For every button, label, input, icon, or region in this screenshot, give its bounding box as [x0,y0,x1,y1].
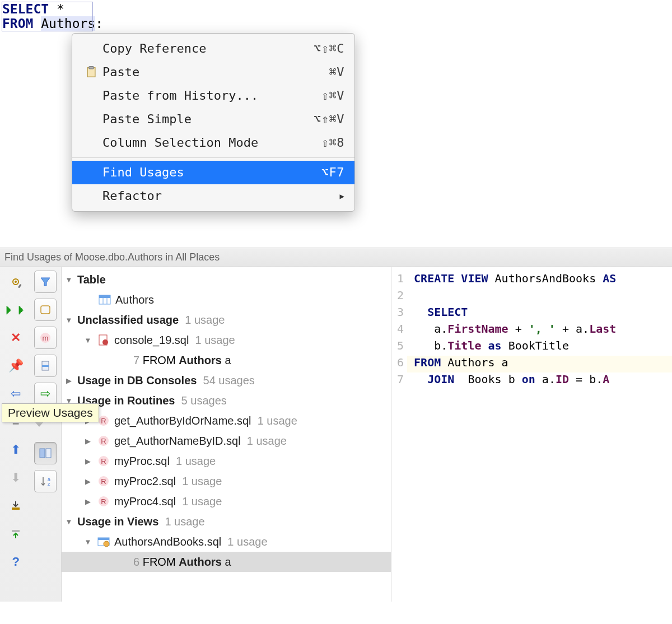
expand-arrow-icon[interactable]: ▼ [64,276,74,284]
svg-rect-33 [98,538,109,540]
svg-text:R: R [101,417,106,425]
prev-file-icon[interactable]: ⬆ [4,439,27,461]
svg-rect-6 [12,530,20,532]
ctx-paste-history[interactable]: Paste from History... ⇧⌘V [72,84,354,108]
collapse-arrow-icon[interactable]: ▶ [83,477,93,486]
sort-icon[interactable]: az [34,470,57,492]
expand-arrow-icon[interactable]: ▼ [64,518,74,526]
tooltip-preview-usages: Preview Usages [2,403,99,422]
svg-point-3 [15,281,17,283]
find-usages-header: Find Usages of Moose.dbo.Authors in All … [0,248,672,267]
routine-icon: R [96,455,111,467]
help-icon[interactable]: ? [4,551,27,573]
svg-text:R: R [101,477,106,486]
tree-console-file[interactable]: ▼ console_19.sql 1 usage [62,330,391,350]
gutter: 1 2 3 4 5 6 7 [391,272,407,602]
editor-line-2: FROM Authors: [2,16,672,31]
svg-point-21 [102,339,108,345]
paste-icon [80,66,102,78]
ctx-column-selection[interactable]: Column Selection Mode ⇧⌘8 [72,131,354,155]
ctx-paste[interactable]: Paste ⌘V [72,60,354,84]
tree-routine-item[interactable]: ▶ R get_AuthorByIdOrName.sql 1 usage [62,411,391,431]
ctx-copy-reference[interactable]: Copy Reference ⌥⇧⌘C [72,37,354,60]
view-file-icon [96,536,111,547]
collapse-arrow-icon[interactable]: ▶ [83,457,93,465]
import-icon[interactable] [4,523,27,545]
context-menu: Copy Reference ⌥⇧⌘C Paste ⌘V Paste from … [72,33,355,212]
svg-text:z: z [48,481,50,487]
expand-arrow-icon[interactable]: ▼ [83,336,93,344]
tree-view-line[interactable]: 6 FROM Authors a [62,552,391,572]
svg-rect-12 [40,449,45,458]
ctx-paste-simple[interactable]: Paste Simple ⌥⇧⌘V [72,108,354,131]
tree-console-line[interactable]: 7 FROM Authors a [62,350,391,370]
svg-point-34 [104,541,109,547]
settings-icon[interactable] [4,271,27,293]
tree-view-file[interactable]: ▼ AuthorsAndBooks.sql 1 usage [62,532,391,552]
group-by-file-icon[interactable] [34,355,57,377]
find-usages-body: ⏵⏵ ✕ 📌 ⇦ ≡ ⬆ ⬇ ? m ⇨ az Preview Usages ▼ [0,267,672,602]
tree-authors-node[interactable]: Authors [62,290,391,310]
tree-routines-group[interactable]: ▼ Usage in Routines 5 usages [62,390,391,411]
collapse-arrow-icon[interactable]: ▶ [83,437,93,445]
svg-rect-5 [12,507,20,510]
sql-file-icon [96,334,111,346]
svg-rect-1 [89,67,94,69]
group-by-module-icon[interactable]: m [34,327,57,349]
rerun-icon[interactable]: ⏵⏵ [4,299,27,321]
close-icon[interactable]: ✕ [4,327,27,349]
expand-arrow-icon[interactable]: ▼ [64,316,74,324]
expand-arrow-icon[interactable]: ▼ [83,538,93,546]
collapse-arrow-icon[interactable]: ▶ [64,376,74,385]
export-icon[interactable] [4,495,27,517]
preview-pane[interactable]: 1 2 3 4 5 6 7 CREATE VIEW AuthorsAndBook… [391,267,672,602]
preview-usages-icon[interactable] [34,442,57,464]
tree-views-group[interactable]: ▼ Usage in Views 1 usage [62,511,391,532]
tree-unclassified-group[interactable]: ▼ Unclassified usage 1 usage [62,310,391,330]
collapse-arrow-icon[interactable]: ▶ [83,497,93,506]
routine-icon: R [96,495,111,507]
ctx-find-usages[interactable]: Find Usages ⌥F7 [72,161,354,184]
tree-routine-item[interactable]: ▶ R myProc2.sql 1 usage [62,471,391,491]
next-occurrence-icon[interactable]: ⇨ [34,383,57,405]
submenu-arrow-icon: ▶ [340,189,344,203]
svg-text:R: R [101,497,106,506]
svg-rect-13 [46,449,51,458]
svg-text:R: R [101,457,106,465]
svg-rect-17 [99,295,110,298]
group-by-type-icon[interactable] [34,299,57,321]
filter-icon[interactable] [34,271,57,293]
editor-line-1: SELECT * [2,2,672,16]
next-file-icon[interactable]: ⬇ [4,467,27,489]
preview-code: CREATE VIEW AuthorsAndBooks AS SELECT a.… [407,272,672,602]
tree-routine-item[interactable]: ▶ R myProc4.sql 1 usage [62,491,391,511]
separator [72,157,354,158]
svg-rect-4 [18,284,21,288]
tree-routine-item[interactable]: ▶ R get_AuthorNameByID.sql 1 usage [62,431,391,451]
tree-db-consoles-group[interactable]: ▶ Usage in DB Consoles 54 usages [62,370,391,390]
identifier-authors[interactable]: Authors [41,16,95,31]
svg-rect-11 [42,365,49,367]
kw-select: SELECT [2,2,49,16]
table-icon [97,295,112,305]
editor-area[interactable]: SELECT * FROM Authors: Copy Reference ⌥⇧… [0,0,672,248]
routine-icon: R [96,475,111,487]
svg-text:R: R [101,437,106,445]
prev-occurrence-icon[interactable]: ⇦ [4,383,27,405]
svg-text:m: m [42,334,48,342]
ctx-refactor[interactable]: Refactor ▶ [72,184,354,208]
tree-table-group[interactable]: ▼ Table [62,269,391,290]
svg-rect-7 [41,306,50,314]
kw-from: FROM [2,16,33,31]
find-toolbar: ⏵⏵ ✕ 📌 ⇦ ≡ ⬆ ⬇ ? m ⇨ az [0,267,62,602]
usages-tree[interactable]: ▼ Table Authors ▼ Unclassified usage 1 u… [62,267,391,602]
pin-icon[interactable]: 📌 [4,355,27,377]
tree-routine-item[interactable]: ▶ R myProc.sql 1 usage [62,451,391,471]
routine-icon: R [96,435,111,447]
